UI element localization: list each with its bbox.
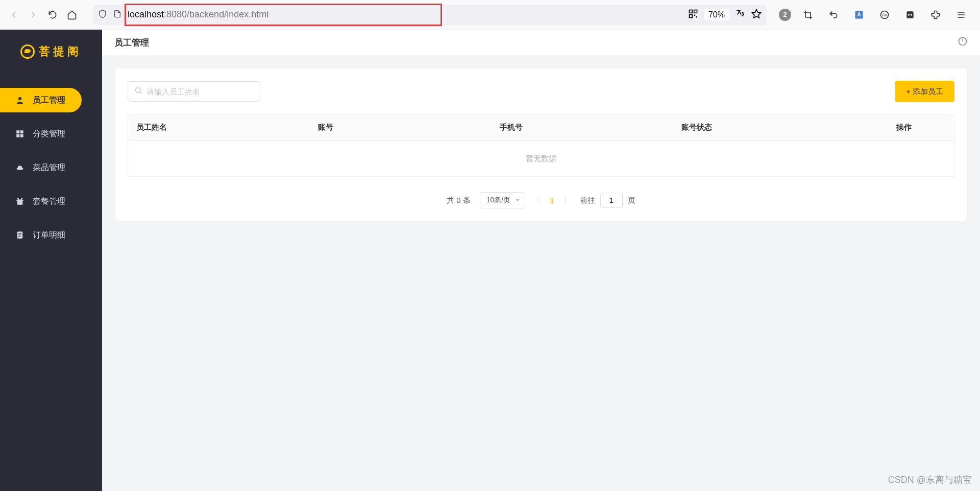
address-bar[interactable]: localhost :8080/backend/index.html 70% [93,5,767,25]
brand-logo: 菩提阁 [0,44,102,59]
shield-icon [98,9,107,20]
svg-text:A: A [857,12,861,17]
watermark: CSDN @东离与糖宝 [888,474,972,486]
undo-icon[interactable] [825,6,842,24]
reload-button[interactable] [44,6,61,24]
sidebar-item-label: 订单明细 [33,230,65,241]
employee-table: 员工姓名 账号 手机号 账号状态 操作 暂无数据 [128,114,954,177]
bookmark-star-icon[interactable] [751,9,762,21]
column-name: 员工姓名 [128,123,310,132]
zoom-level[interactable]: 70% [704,9,729,20]
sidebar-item-dishes[interactable]: 菜品管理 [0,155,102,180]
svg-point-12 [18,97,21,100]
svg-rect-20 [18,233,21,233]
svg-rect-14 [20,130,23,133]
sidebar-item-label: 员工管理 [33,95,65,106]
svg-rect-18 [17,201,23,205]
sidebar-item-label: 菜品管理 [33,162,65,173]
add-employee-button[interactable]: + 添加员工 [895,81,954,102]
svg-rect-13 [16,130,19,133]
gift-icon [15,197,24,206]
total-text: 共 0 条 [447,196,471,205]
svg-rect-21 [18,235,21,235]
content-card: + 添加员工 员工姓名 账号 手机号 账号状态 操作 暂无数据 共 0 条 [115,68,967,221]
logo-icon [20,44,35,59]
browser-toolbar: localhost :8080/backend/index.html 70% 2 [0,0,980,30]
sidebar-item-label: 分类管理 [33,129,65,139]
main-content: 员工管理 + 添加员工 员工姓名 账号 手机号 [102,30,980,491]
url-host: localhost [128,9,164,20]
page-size-select[interactable]: 10条/页 [480,192,524,208]
crop-icon[interactable] [799,6,817,24]
page-jump-input[interactable] [600,193,623,208]
svg-rect-22 [18,236,20,237]
doc-icon [15,230,24,240]
page-header: 员工管理 [102,30,980,55]
sidebar-item-employees[interactable]: 员工管理 [0,88,82,112]
font-ext-icon[interactable]: Aa [876,6,893,24]
notification-badge[interactable]: 2 [779,9,791,21]
page-title: 员工管理 [114,37,149,49]
menu-icon[interactable] [952,6,970,24]
logout-icon[interactable] [958,36,968,49]
svg-point-11 [911,14,912,15]
sidebar-item-setmeal[interactable]: 套餐管理 [0,189,102,214]
search-input[interactable] [146,87,254,96]
page-icon [113,9,121,20]
svg-rect-9 [906,11,913,18]
table-empty-text: 暂无数据 [128,141,954,176]
url-path: :8080/backend/index.html [164,9,268,20]
jump-wrap: 前往 页 [580,193,635,208]
sidebar-item-label: 套餐管理 [33,196,65,207]
current-page[interactable]: 1 [550,196,554,205]
svg-point-10 [908,14,910,15]
column-action: 操作 [888,123,954,132]
search-input-wrap[interactable] [128,81,260,102]
qr-icon[interactable] [688,9,698,21]
svg-rect-2 [689,14,692,17]
app-ext-icon[interactable] [901,6,919,24]
svg-rect-16 [20,134,23,137]
sidebar: 菩提阁 员工管理 分类管理 菜品管理 套餐管理 [0,30,102,491]
sidebar-item-orders[interactable]: 订单明细 [0,223,102,247]
svg-text:Aa: Aa [882,12,888,17]
svg-rect-1 [694,10,697,13]
column-phone: 手机号 [492,123,673,132]
column-status: 账号状态 [673,123,888,132]
svg-rect-4 [696,16,697,18]
pagination: 共 0 条 10条/页 〈 1 〉 前往 页 [128,192,954,208]
grid-icon [15,129,24,138]
search-icon [134,86,142,97]
back-button[interactable] [5,6,22,24]
home-button[interactable] [63,6,81,24]
translate-ext-icon[interactable]: A [850,6,868,24]
svg-rect-3 [694,14,696,16]
prev-page-button[interactable]: 〈 [533,196,541,205]
svg-point-24 [136,88,140,92]
forward-button[interactable] [24,6,42,24]
extensions-icon[interactable] [927,6,944,24]
user-icon [15,96,24,105]
translate-icon[interactable] [735,9,745,21]
svg-rect-15 [16,134,19,137]
svg-rect-0 [689,10,692,13]
sidebar-item-category[interactable]: 分类管理 [0,122,102,146]
brand-text: 菩提阁 [39,44,82,59]
column-account: 账号 [310,123,492,132]
svg-rect-17 [16,200,23,201]
dish-icon [15,163,24,172]
next-page-button[interactable]: 〉 [564,196,571,205]
